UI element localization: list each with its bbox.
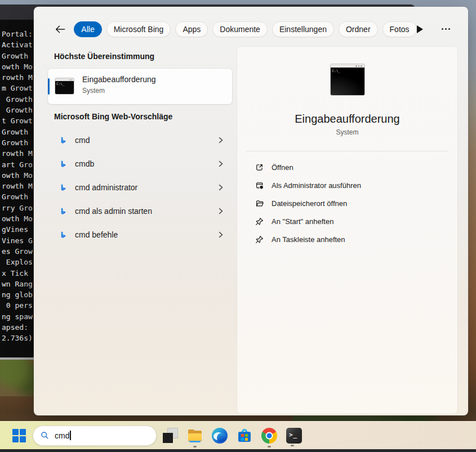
ellipsis-icon <box>442 28 443 30</box>
back-arrow-icon <box>55 25 65 34</box>
divider <box>246 151 448 151</box>
chevron-right-icon[interactable] <box>217 208 224 214</box>
open-icon <box>255 163 264 172</box>
folder-icon <box>255 199 264 208</box>
filter-pill-einstellungen[interactable]: Einstellungen <box>272 21 334 37</box>
detail-title: Eingabeaufforderung <box>237 113 457 126</box>
search-flyout-panel: Alle Microsoft Bing Apps Dokumente Einst… <box>34 7 468 415</box>
suggestion-label: cmd als admin starten <box>75 207 152 216</box>
filter-pills: Alle Microsoft Bing Apps Dokumente Einst… <box>74 21 416 37</box>
filter-bar: Alle Microsoft Bing Apps Dokumente Einst… <box>54 20 451 38</box>
back-button[interactable] <box>54 23 66 36</box>
cmd-app-icon: C:\_ <box>55 78 74 94</box>
running-indicator <box>193 446 197 447</box>
result-title: Eingabeaufforderung <box>82 75 156 84</box>
filter-pill-fotos[interactable]: Fotos <box>382 21 417 37</box>
search-icon <box>41 431 49 440</box>
screen: Portal:ActivatGrowthowth Morowth Mm Grow… <box>0 0 476 452</box>
chevron-right-icon[interactable] <box>217 160 224 167</box>
bing-icon <box>59 184 67 192</box>
chrome-browser-icon[interactable] <box>261 428 277 444</box>
bing-suggestion-row[interactable]: cmdb <box>48 152 232 176</box>
app-squares-icon[interactable] <box>162 428 178 444</box>
chevron-right-icon[interactable] <box>217 137 224 144</box>
action-label: An Taskleiste anheften <box>272 235 345 244</box>
filter-pill-ordner[interactable]: Ordner <box>339 21 378 37</box>
bing-suggestion-row[interactable]: cmd <box>48 128 232 152</box>
running-indicator <box>291 445 294 446</box>
windows-logo-icon <box>12 429 19 435</box>
bing-icon <box>59 231 67 239</box>
action-label: Dateispeicherort öffnen <box>272 199 347 208</box>
bing-icon <box>59 136 67 145</box>
action-pin-to-taskbar[interactable]: An Taskleiste anheften <box>237 230 457 248</box>
bing-suggestion-row[interactable]: cmd als admin starten <box>48 199 232 223</box>
search-query-text: cmd <box>55 431 69 440</box>
bing-suggestion-row[interactable]: cmd administrator <box>48 176 232 199</box>
action-label: An "Start" anheften <box>272 217 333 226</box>
bing-suggestions-heading: Microsoft Bing Web-Vorschläge <box>54 112 172 121</box>
text-cursor <box>70 431 71 440</box>
action-pin-to-start[interactable]: An "Start" anheften <box>237 212 457 230</box>
action-label: Öffnen <box>272 163 293 172</box>
filter-pill-apps[interactable]: Apps <box>175 21 208 37</box>
action-label: Als Administrator ausführen <box>272 181 361 190</box>
action-open-file-location[interactable]: Dateispeicherort öffnen <box>237 194 457 212</box>
suggestion-label: cmd administrator <box>75 183 137 192</box>
filter-pill-dokumente[interactable]: Dokumente <box>212 21 268 37</box>
more-filters-button[interactable] <box>417 25 424 34</box>
selection-accent-bar <box>48 78 50 95</box>
edge-browser-icon[interactable] <box>212 428 228 444</box>
suggestion-label: cmd befehle <box>75 230 118 239</box>
filter-pill-alle[interactable]: Alle <box>74 21 101 37</box>
suggestion-label: cmdb <box>75 159 94 168</box>
bing-icon <box>59 207 67 216</box>
suggestion-label: cmd <box>75 136 90 145</box>
filter-pill-microsoft-bing[interactable]: Microsoft Bing <box>106 21 171 37</box>
chevron-right-icon[interactable] <box>217 184 224 191</box>
best-match-result[interactable]: C:\_ Eingabeaufforderung System <box>48 69 232 104</box>
taskbar-search-input[interactable]: cmd <box>33 426 157 446</box>
cmd-app-icon-large: C:\_ <box>330 64 365 96</box>
action-open[interactable]: Öffnen <box>237 158 457 176</box>
running-indicator <box>268 446 271 447</box>
taskbar: cmd >_ <box>0 421 476 449</box>
start-button[interactable] <box>12 429 26 442</box>
file-explorer-icon[interactable] <box>187 428 203 444</box>
taskbar-app-icons: >_ <box>162 428 302 444</box>
action-list: Öffnen Als Administrator ausführen <box>237 158 457 248</box>
bing-suggestion-row[interactable]: cmd befehle <box>48 223 232 247</box>
screen-bottom-strip <box>0 449 476 452</box>
action-run-as-admin[interactable]: Als Administrator ausführen <box>237 176 457 194</box>
command-prompt-icon[interactable]: >_ <box>286 428 302 444</box>
expand-arrow-icon <box>417 25 423 33</box>
microsoft-store-icon[interactable] <box>237 428 252 444</box>
more-options-button[interactable] <box>442 25 450 34</box>
bing-icon <box>59 160 67 168</box>
admin-shield-icon <box>255 181 264 190</box>
pin-icon <box>255 217 264 226</box>
best-match-heading: Höchste Übereinstimmung <box>54 52 154 61</box>
chevron-right-icon[interactable] <box>217 231 224 238</box>
detail-subtitle: System <box>237 128 457 136</box>
pin-icon <box>255 235 264 244</box>
result-subtitle: System <box>82 87 105 95</box>
result-detail-pane: C:\_ Eingabeaufforderung System Öffnen <box>237 47 457 414</box>
